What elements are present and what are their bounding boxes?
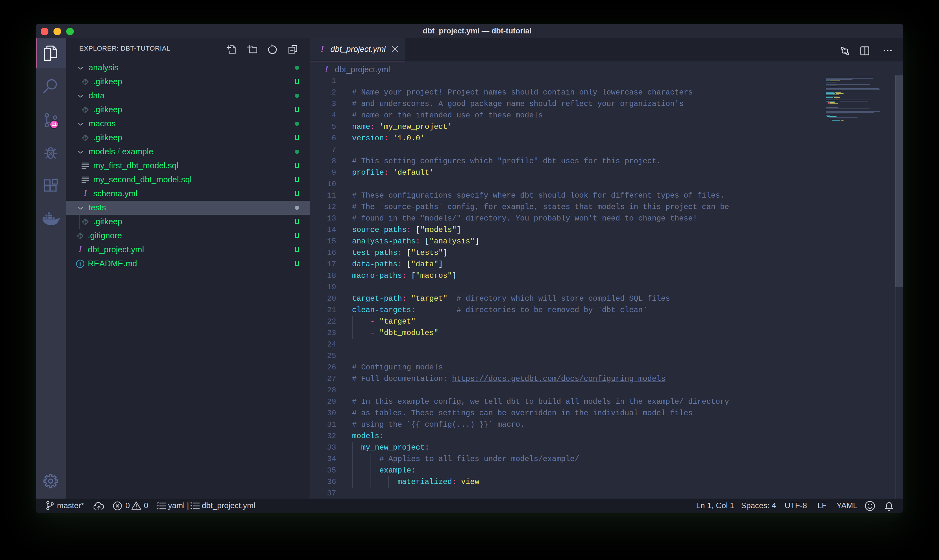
svg-text:i: i bbox=[79, 261, 81, 267]
